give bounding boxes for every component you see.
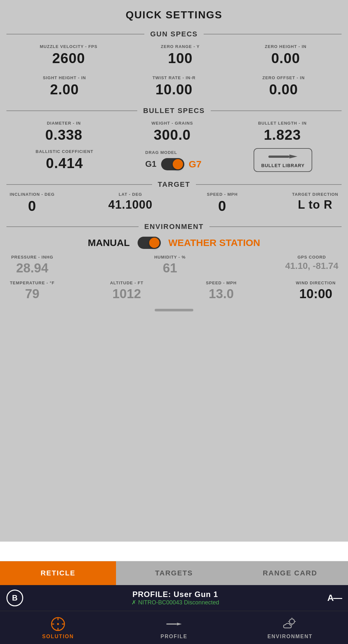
lat-item[interactable]: LAT - DEG 41.1000	[108, 192, 152, 214]
bc-value: 0.414	[46, 155, 83, 171]
scroll-indicator	[0, 304, 348, 315]
environment-section-header: ENVIRONMENT	[0, 223, 348, 231]
zero-height-label: ZERO HEIGHT - IN	[265, 44, 306, 49]
bottom-nav: SOLUTION PROFILE ENVIRONMENT	[0, 611, 348, 644]
target-direction-label: TARGET DIRECTION	[292, 192, 338, 197]
target-speed-value: 0	[218, 198, 226, 214]
nav-environment[interactable]: ENVIRONMENT	[232, 611, 348, 644]
divider-right	[204, 34, 342, 34]
zero-offset-item[interactable]: ZERO OFFSET - IN 0.00	[261, 75, 306, 98]
env-toggle[interactable]	[138, 237, 161, 249]
diameter-item[interactable]: DIAMETER - IN 0.338	[41, 121, 86, 143]
profile-bar: B PROFILE: User Gun 1 ✗ NITRO-BC00043 Di…	[0, 585, 348, 611]
bottom-tabs: RETICLE TARGETS RANGE CARD	[0, 561, 348, 585]
bullet-library-button[interactable]: BULLET LIBRARY	[254, 148, 313, 172]
profile-nav-label: PROFILE	[160, 634, 187, 639]
gps-item[interactable]: GPS COORD 41.10, -81.74	[285, 255, 338, 275]
environment-label: ENVIRONMENT	[139, 223, 210, 231]
target-label: TARGET	[152, 180, 196, 189]
profile-icon[interactable]: B	[6, 590, 23, 606]
weight-value: 300.0	[154, 127, 191, 143]
weather-station-label: WEATHER STATION	[169, 237, 260, 248]
inclination-item[interactable]: INCLINATION - DEG 0	[10, 192, 55, 214]
zero-range-label: ZERO RANGE - Y	[161, 44, 200, 49]
lat-value: 41.1000	[108, 198, 152, 212]
pressure-item[interactable]: PRESSURE - INHG 28.94	[10, 255, 55, 275]
inclination-value: 0	[28, 198, 36, 214]
altitude-label: ALTITUDE - FT	[110, 280, 143, 285]
zero-height-item[interactable]: ZERO HEIGHT - IN 0.00	[263, 44, 308, 66]
drag-g7-label: G7	[189, 159, 202, 170]
manual-label: MANUAL	[88, 237, 130, 248]
divider-right	[196, 184, 342, 185]
env-speed-item[interactable]: SPEED - MPH 13.0	[199, 280, 244, 301]
main-content: QUICK SETTINGS GUN SPECS MUZZLE VELOCITY…	[0, 0, 348, 542]
range-card-tab[interactable]: RANGE CARD	[232, 561, 348, 585]
profile-name: PROFILE: User Gun 1	[28, 590, 322, 599]
temperature-item[interactable]: TEMPERATURE - °F 79	[10, 280, 55, 301]
weight-item[interactable]: WEIGHT - GRAINS 300.0	[150, 121, 195, 143]
toggle-knob	[173, 159, 183, 169]
pressure-value: 28.94	[16, 261, 48, 275]
solution-nav-label: SOLUTION	[42, 634, 74, 639]
reticle-tab[interactable]: RETICLE	[0, 561, 116, 585]
gun-specs-row2: SIGHT HEIGHT - IN 2.00 TWIST RATE - IN-R…	[0, 70, 348, 101]
target-speed-label: SPEED - MPH	[207, 192, 238, 197]
humidity-value: 61	[163, 261, 177, 275]
diameter-value: 0.338	[45, 127, 82, 143]
drag-model-label: DRAG MODEL	[145, 150, 177, 155]
divider-right	[211, 110, 342, 111]
sight-height-value: 2.00	[50, 81, 79, 98]
svg-point-3	[57, 623, 59, 625]
twist-rate-item[interactable]: TWIST RATE - IN-R 10.00	[151, 75, 197, 98]
sight-height-label: SIGHT HEIGHT - IN	[43, 75, 86, 80]
twist-rate-label: TWIST RATE - IN-R	[152, 75, 196, 80]
bullet-length-label: BULLET LENGTH - IN	[258, 121, 307, 126]
gps-label: GPS COORD	[297, 255, 326, 260]
muzzle-velocity-item[interactable]: MUZZLE VELOCITY - FPS 2600	[40, 44, 98, 66]
wind-direction-item[interactable]: WIND DIRECTION 10:00	[293, 280, 338, 301]
profile-info: PROFILE: User Gun 1 ✗ NITRO-BC00043 Disc…	[28, 590, 322, 606]
diameter-label: DIAMETER - IN	[47, 121, 81, 126]
muzzle-velocity-value: 2600	[52, 50, 85, 66]
target-section-header: TARGET	[0, 180, 348, 189]
bluetooth-icon: ✗	[131, 599, 136, 606]
profile-logo: A—	[327, 593, 342, 603]
gun-specs-row1: MUZZLE VELOCITY - FPS 2600 ZERO RANGE - …	[0, 38, 348, 70]
nav-profile[interactable]: PROFILE	[116, 611, 232, 644]
sight-height-item[interactable]: SIGHT HEIGHT - IN 2.00	[42, 75, 87, 98]
profile-status-text: NITRO-BC00043 Disconnected	[138, 599, 219, 606]
target-speed-item[interactable]: SPEED - MPH 0	[206, 192, 238, 214]
zero-height-value: 0.00	[271, 50, 300, 66]
zero-range-item[interactable]: ZERO RANGE - Y 100	[158, 44, 203, 66]
twist-rate-value: 10.00	[155, 81, 192, 98]
altitude-item[interactable]: ALTITUDE - FT 1012	[104, 280, 149, 301]
zero-offset-value: 0.00	[269, 81, 298, 98]
svg-point-10	[289, 619, 295, 624]
temperature-value: 79	[25, 287, 40, 301]
targets-tab[interactable]: TARGETS	[116, 561, 232, 585]
target-direction-value: L to R	[298, 198, 333, 212]
target-direction-item[interactable]: TARGET DIRECTION L to R	[292, 192, 338, 214]
wind-direction-value: 10:00	[299, 287, 332, 301]
env-toggle-knob	[149, 238, 160, 248]
scroll-bar	[155, 309, 193, 311]
svg-rect-0	[268, 156, 289, 158]
svg-marker-1	[289, 155, 297, 158]
bullet-length-value: 1.823	[264, 127, 301, 143]
zero-offset-label: ZERO OFFSET - IN	[262, 75, 305, 80]
bullet-length-item[interactable]: BULLET LENGTH - IN 1.823	[258, 121, 307, 143]
humidity-item[interactable]: HUMIDITY - % 61	[147, 255, 192, 275]
drag-model-controls: G1 G7	[145, 158, 202, 170]
bc-item[interactable]: BALLISTIC COEFFICIENT 0.414	[36, 149, 93, 171]
humidity-label: HUMIDITY - %	[154, 255, 186, 260]
env-toggle-row: MANUAL WEATHER STATION	[0, 231, 348, 252]
solution-icon	[50, 616, 66, 632]
nav-solution[interactable]: SOLUTION	[0, 611, 116, 644]
svg-marker-9	[177, 623, 182, 625]
page-title: QUICK SETTINGS	[0, 0, 348, 27]
drag-model-toggle[interactable]	[161, 158, 184, 170]
wind-direction-label: WIND DIRECTION	[296, 280, 336, 285]
bullet-library-label: BULLET LIBRARY	[261, 163, 305, 168]
target-row: INCLINATION - DEG 0 LAT - DEG 41.1000 SP…	[0, 189, 348, 219]
